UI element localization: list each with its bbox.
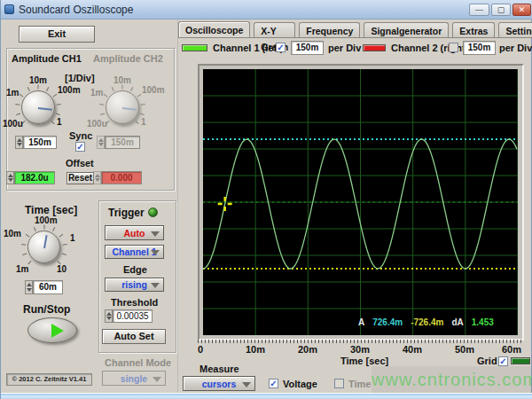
run-stop-button[interactable] [27,317,77,343]
measurement-a-label: A [358,317,364,327]
trigger-edge-dropdown[interactable]: rising [105,278,164,292]
trigger-source-dropdown[interactable]: Channel 1 [105,245,164,259]
channel-mode-value: single [121,373,147,384]
knob-tick [52,227,55,231]
knob-label: 100u [3,119,23,129]
amplitude-ch2-knob[interactable] [106,90,139,124]
channel1-color-swatch [182,44,207,51]
knob-label: 100m [58,85,81,95]
time-knob[interactable] [27,231,60,263]
x-tick: 30m [350,344,370,355]
tab-settings[interactable]: Settings [498,22,532,38]
knob-label: 10m [4,229,21,239]
tab-bar: Oscilloscope X-Y Graph Frequency Signalg… [178,22,532,38]
cursor-measurements: A 726.4m -726.4m dA 1.453 [358,317,494,327]
amplitude-ch1-title: Amplitude CH1 [12,53,82,64]
x-tick: 50m [455,344,474,355]
threshold-spinner[interactable] [105,309,113,323]
chevron-down-icon [151,250,160,255]
ch1-div-value[interactable]: 150m [23,136,57,149]
maximize-button[interactable]: ▢ [491,4,511,16]
app-icon [4,4,14,14]
tab-underline [178,37,532,38]
ch2-value-spinner[interactable] [97,136,105,149]
offset-reset-button[interactable]: Reset [66,172,94,184]
tab-frequency[interactable]: Frequency [299,22,360,38]
channel2-per-div-value[interactable]: 150m [463,41,496,55]
knob-tick [62,243,66,245]
channel-mode-label: Channel Mode [105,357,171,368]
ch1-value-spinner[interactable] [15,136,23,149]
channel1-enable-checkbox[interactable]: ✓ [276,43,286,52]
play-icon [51,324,64,338]
x-tick: 20m [298,344,317,355]
knob-label: 1m [16,264,28,274]
ch2-div-value[interactable]: 150m [105,136,140,149]
panel-divider [177,20,178,393]
tab-extras[interactable]: Extras [452,22,495,38]
chevron-down-icon [242,382,251,387]
close-button[interactable]: ✕ [512,4,531,16]
offset-ch2-spinner[interactable] [93,171,101,184]
grid-color-swatch[interactable] [511,357,530,364]
x-axis-ruler [198,340,524,343]
trigger-mode-dropdown[interactable]: Auto [105,225,164,240]
channel1-legend-label: Channel 1 (left) [213,43,283,53]
knob-label: 100u [87,119,107,129]
measure-mode-dropdown[interactable]: cursors [183,376,255,391]
knob-label: 1 [141,117,146,127]
time-value[interactable]: 60m [33,280,63,294]
knob-label: 1m [90,88,103,98]
knob-tick [61,253,66,254]
exit-button[interactable]: Exit [19,26,95,43]
chevron-down-icon [151,283,160,288]
time-label: Time [348,379,371,389]
amplitude-ch1-knob[interactable] [21,90,55,124]
offset-label: Offset [66,158,94,168]
minimize-icon: — [475,5,483,14]
tab-xy-graph[interactable]: X-Y Graph [254,22,295,38]
threshold-label: Threshold [111,297,158,308]
knob-pointer [122,107,137,111]
trigger-led [148,207,158,217]
channel2-per-div-label: per Div [499,43,532,53]
measurement-lower-value: -726.4m [411,317,443,327]
voltage-checkbox[interactable]: ✓ [269,379,278,388]
knob-label: 10m [113,75,131,85]
channel2-enable-checkbox[interactable] [449,43,458,52]
tab-oscilloscope[interactable]: Oscilloscope [178,21,250,38]
channel1-per-div-value[interactable]: 150m [291,41,324,55]
time-checkbox[interactable] [334,379,344,388]
measure-mode-value: cursors [202,379,237,389]
offset-ch2-value[interactable]: 0.000 [101,171,142,184]
offset-ch1-value[interactable]: 182.0u [14,171,55,184]
sync-checkbox[interactable]: ✓ [75,142,85,152]
channel-mode-dropdown[interactable]: single [102,371,166,386]
trigger-title: Trigger [108,207,145,219]
trigger-mode-value: Auto [124,228,145,239]
amplitude-ch2-title: Amplitude CH2 [93,53,163,64]
knob-tick [59,233,63,237]
trigger-edge-value: rising [121,279,147,290]
minimize-button[interactable]: — [469,4,489,16]
channel2-color-swatch [363,44,386,51]
knob-label: 1m [6,88,19,98]
close-icon: ✕ [519,5,526,14]
offset-ch1-spinner[interactable] [6,171,14,184]
channel1-per-div-label: per Div [328,43,361,53]
knob-label: 100m [142,85,165,95]
x-tick: 60m [502,344,521,355]
measurement-upper-value: 726.4m [372,317,403,327]
grid-checkbox[interactable]: ✓ [498,356,508,366]
knob-label: 1 [70,233,75,243]
knob-label: 1 [57,117,62,127]
window-bottom-border [1,393,532,399]
tab-signalgenerator[interactable]: Signalgenerator [364,22,449,38]
oscilloscope-display[interactable]: A 726.4m -726.4m dA 1.453 [203,69,518,335]
knob-label: 10 [57,264,66,274]
x-tick: 10m [246,344,265,355]
auto-set-button[interactable]: Auto Set [102,329,166,344]
measurement-da-label: dA [451,317,463,327]
time-value-spinner[interactable] [25,280,33,294]
threshold-value[interactable]: 0.00035 [113,309,153,323]
